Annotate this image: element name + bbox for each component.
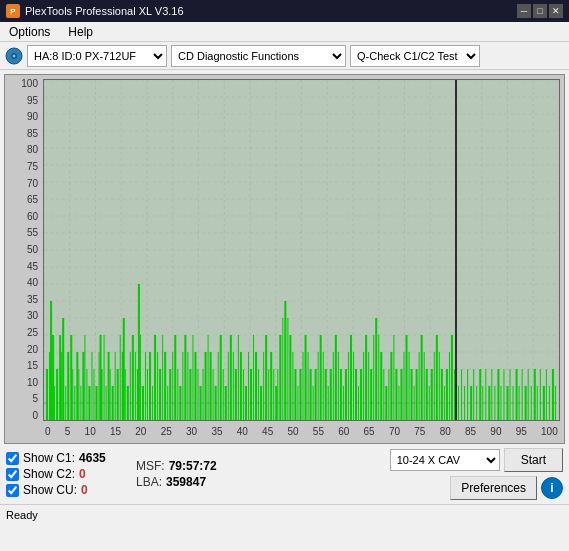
app-title: PlexTools Professional XL V3.16 [25,5,184,17]
svg-rect-222 [467,369,468,420]
lba-value: 359847 [166,475,206,489]
svg-rect-132 [238,335,239,420]
svg-rect-134 [243,369,244,420]
svg-rect-187 [375,318,377,420]
menu-help[interactable]: Help [63,24,98,40]
show-c1-checkbox[interactable] [6,452,19,465]
y-label-40: 40 [27,278,38,288]
svg-rect-186 [373,335,374,420]
svg-rect-97 [162,335,163,420]
svg-rect-184 [368,352,369,420]
menu-options[interactable]: Options [4,24,55,40]
info-button[interactable]: i [541,477,563,499]
svg-rect-196 [398,386,399,420]
svg-rect-121 [210,352,212,420]
svg-rect-181 [360,369,362,420]
x-label-95: 95 [516,427,527,437]
svg-rect-111 [197,369,198,420]
test-select[interactable]: Q-Check C1/C2 Test [350,45,480,67]
start-button[interactable]: Start [504,448,563,472]
svg-rect-208 [429,386,430,420]
status-bar: Ready [0,504,569,524]
svg-rect-73 [104,335,105,420]
svg-rect-206 [424,352,425,420]
svg-rect-246 [540,369,541,420]
svg-rect-66 [86,369,87,420]
svg-rect-99 [167,386,168,420]
x-label-80: 80 [440,427,451,437]
svg-rect-201 [411,369,413,420]
svg-rect-227 [482,386,483,420]
svg-rect-115 [100,335,102,420]
msf-value: 79:57:72 [169,459,217,473]
x-label-75: 75 [414,427,425,437]
show-c2-item: Show C2: 0 [6,467,126,481]
svg-rect-211 [436,335,438,420]
start-row: 10-24 X CAV Start [390,448,563,472]
drive-select[interactable]: HA:8 ID:0 PX-712UF [27,45,167,67]
cu-value: 0 [81,483,88,497]
close-button[interactable]: ✕ [549,4,563,18]
bottom-panel: Show C1: 4635 Show C2: 0 Show CU: 0 MSF:… [0,444,569,504]
maximize-button[interactable]: □ [533,4,547,18]
svg-rect-114 [62,318,64,420]
y-label-30: 30 [27,311,38,321]
svg-rect-164 [318,352,319,420]
svg-rect-215 [446,369,448,420]
minimize-button[interactable]: ─ [517,4,531,18]
svg-rect-122 [213,369,214,420]
x-label-100: 100 [541,427,558,437]
svg-rect-110 [194,352,196,420]
svg-rect-58 [70,335,72,420]
menu-bar: Options Help [0,22,569,42]
svg-rect-51 [54,386,55,420]
svg-rect-220 [461,369,462,420]
svg-rect-247 [543,386,545,420]
svg-rect-239 [519,386,520,420]
x-label-50: 50 [287,427,298,437]
show-cu-checkbox[interactable] [6,484,19,497]
svg-rect-226 [479,369,481,420]
svg-rect-248 [546,369,547,420]
svg-rect-243 [531,386,532,420]
svg-rect-198 [403,352,404,420]
svg-rect-74 [106,386,107,420]
svg-rect-106 [184,335,186,420]
svg-rect-225 [476,386,477,420]
svg-rect-68 [91,352,92,420]
svg-rect-149 [279,335,281,420]
svg-rect-62 [78,369,79,420]
svg-rect-109 [192,335,193,420]
svg-rect-137 [250,369,252,420]
svg-rect-235 [506,386,508,420]
svg-rect-93 [152,386,153,420]
svg-rect-199 [406,335,408,420]
y-label-35: 35 [27,295,38,305]
svg-rect-238 [516,369,518,420]
y-label-80: 80 [27,145,38,155]
svg-rect-249 [549,386,550,420]
svg-rect-107 [187,352,188,420]
y-label-95: 95 [27,96,38,106]
svg-rect-148 [277,369,278,420]
show-c2-checkbox[interactable] [6,468,19,481]
svg-rect-204 [419,352,420,420]
chart-container: 100 95 90 85 80 75 70 65 60 55 50 45 40 … [4,74,565,444]
svg-rect-192 [388,369,389,420]
svg-rect-231 [494,386,495,420]
x-label-30: 30 [186,427,197,437]
msf-label: MSF: [136,459,165,473]
y-label-75: 75 [27,162,38,172]
preferences-button[interactable]: Preferences [450,476,537,500]
speed-select[interactable]: 10-24 X CAV [390,449,500,471]
svg-rect-203 [416,369,418,420]
svg-rect-83 [127,386,129,420]
svg-rect-155 [294,369,296,420]
svg-rect-193 [390,352,392,420]
svg-rect-152 [287,318,288,420]
function-select[interactable]: CD Diagnostic Functions [171,45,346,67]
svg-rect-129 [230,335,232,420]
svg-rect-197 [400,369,402,420]
svg-rect-210 [434,352,435,420]
svg-rect-133 [240,352,242,420]
